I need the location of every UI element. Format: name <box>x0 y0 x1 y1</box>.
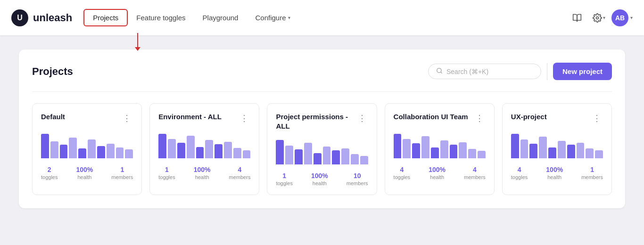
card-title: Collaboration UI Team <box>394 112 468 122</box>
card-stats: 2 toggles 100% health 1 members <box>41 166 133 180</box>
bar <box>276 140 284 164</box>
stat-group: 1 toggles <box>276 172 292 186</box>
nav-item-playground[interactable]: Playground <box>194 10 247 25</box>
stat-group: 100% health <box>546 166 563 180</box>
bar <box>351 154 359 164</box>
stat-group: 1 toggles <box>158 166 175 180</box>
bar-chart <box>41 130 133 158</box>
avatar-button[interactable]: AB ▾ <box>611 9 633 26</box>
bar <box>394 134 402 158</box>
stat-label: toggles <box>276 180 292 186</box>
bar <box>412 143 420 158</box>
card-menu-button[interactable]: ⋮ <box>473 112 486 124</box>
card-title: Project permissions - ALL <box>276 112 355 131</box>
card-header: UX-project ⋮ <box>511 112 603 124</box>
section-divider <box>32 91 612 92</box>
stat-label: toggles <box>41 174 58 180</box>
bar <box>177 143 185 158</box>
bar <box>431 147 439 158</box>
header-actions: Search (⌘+K) New project <box>428 63 612 80</box>
project-card: Environment - ALL ⋮ 1 toggles 100% healt… <box>149 103 259 195</box>
stat-group: 100% health <box>311 172 328 186</box>
stat-group: 10 members <box>347 172 368 186</box>
stat-group: 100% health <box>76 166 93 180</box>
card-title: Environment - ALL <box>158 112 222 122</box>
bar <box>520 139 528 158</box>
stat-value: 10 <box>347 172 368 180</box>
bar <box>511 134 519 158</box>
stat-value: 4 <box>511 166 528 173</box>
arrow-line <box>137 33 138 47</box>
card-header: Collaboration UI Team ⋮ <box>394 112 486 124</box>
bar <box>440 140 448 158</box>
card-title: Default <box>41 112 65 122</box>
project-card: Default ⋮ 2 toggles 100% health 1 member… <box>32 103 142 195</box>
stat-group: 4 members <box>229 166 251 180</box>
stat-label: health <box>76 174 93 180</box>
card-header: Environment - ALL ⋮ <box>158 112 250 124</box>
card-menu-button[interactable]: ⋮ <box>356 112 368 124</box>
logo-area: U unleash <box>11 9 72 26</box>
stat-group: 2 toggles <box>41 166 58 180</box>
bar <box>304 143 312 164</box>
avatar: AB <box>611 9 628 26</box>
stat-value: 100% <box>194 166 211 173</box>
docs-button[interactable] <box>568 9 586 27</box>
stat-value: 100% <box>311 172 328 180</box>
stat-value: 4 <box>229 166 251 173</box>
stat-value: 4 <box>394 166 410 173</box>
stat-label: members <box>347 180 368 186</box>
stat-group: 100% health <box>194 166 211 180</box>
stat-label: health <box>546 174 563 180</box>
main-content: Projects Search (⌘+K) New project <box>0 35 644 222</box>
stat-label: members <box>464 174 486 180</box>
settings-icon <box>593 13 602 23</box>
stat-value: 100% <box>76 166 93 173</box>
bar-chart <box>511 130 603 158</box>
bar <box>567 145 575 158</box>
header-right: ▾ AB ▾ <box>568 9 633 27</box>
card-header: Default ⋮ <box>41 112 133 124</box>
bar <box>168 139 176 158</box>
bar <box>529 144 537 158</box>
bar <box>558 141 566 158</box>
bar <box>586 148 594 158</box>
card-menu-button[interactable]: ⋮ <box>591 112 603 124</box>
nav-item-projects[interactable]: Projects <box>83 9 128 26</box>
card-stats: 4 toggles 100% health 4 members <box>394 166 486 180</box>
card-menu-button[interactable]: ⋮ <box>121 112 133 124</box>
bar-chart <box>158 130 250 158</box>
stat-label: health <box>429 174 446 180</box>
docs-icon <box>572 13 582 23</box>
svg-point-0 <box>596 16 598 19</box>
bar <box>97 146 105 158</box>
bar <box>116 147 124 158</box>
bar <box>421 136 429 158</box>
stat-label: toggles <box>511 174 528 180</box>
bar <box>323 147 331 164</box>
stat-group: 4 toggles <box>394 166 410 180</box>
bar <box>224 142 232 158</box>
arrow-head <box>135 47 140 51</box>
nav-item-configure[interactable]: Configure ▾ <box>247 10 298 25</box>
bar <box>478 151 486 158</box>
bar <box>595 150 603 158</box>
bar <box>187 136 195 158</box>
bar <box>285 146 293 164</box>
stat-group: 4 toggles <box>511 166 528 180</box>
bar <box>468 149 476 158</box>
bar <box>314 153 322 164</box>
card-stats: 1 toggles 100% health 4 members <box>158 166 250 180</box>
header: U unleash Projects Feature toggles Playg… <box>0 0 644 35</box>
settings-button[interactable]: ▾ <box>590 9 608 27</box>
bar <box>450 145 458 158</box>
nav-item-feature-toggles[interactable]: Feature toggles <box>128 10 194 25</box>
new-project-button[interactable]: New project <box>553 63 612 80</box>
stat-label: members <box>229 174 251 180</box>
logo-text: unleash <box>33 12 72 24</box>
stat-value: 1 <box>158 166 175 173</box>
search-input[interactable]: Search (⌘+K) <box>428 64 541 79</box>
settings-chevron-icon: ▾ <box>603 15 605 20</box>
arrow-annotation <box>135 33 140 51</box>
card-menu-button[interactable]: ⋮ <box>238 112 250 124</box>
